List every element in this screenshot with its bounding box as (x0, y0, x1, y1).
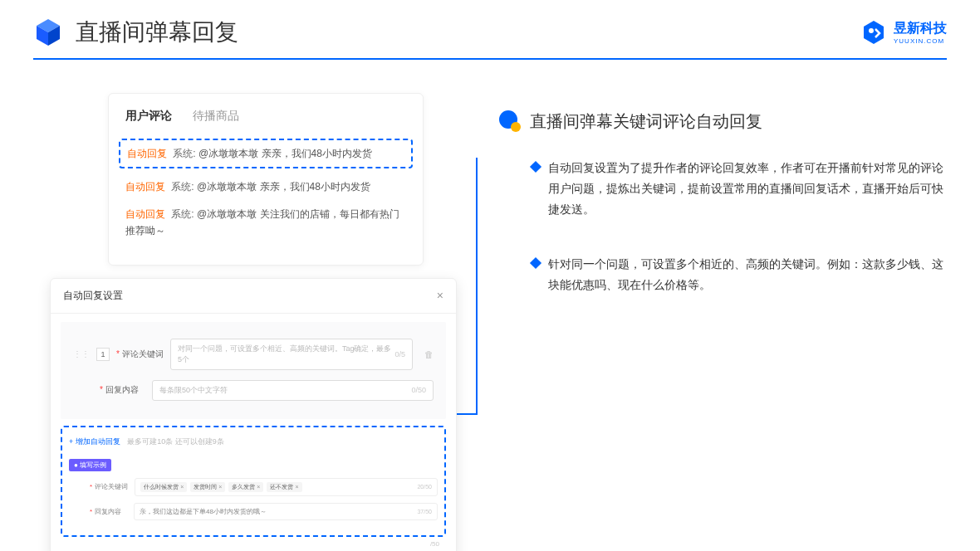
example-content-text: 亲，我们这边都是下单48小时内发货的哦～ (140, 507, 267, 516)
tab-user-comments[interactable]: 用户评论 (125, 109, 172, 124)
comment-item-highlighted: 自动回复 系统: @冰墩墩本墩 亲亲，我们48小时内发货 (119, 139, 413, 168)
bullet-text: 针对同一个问题，可设置多个相近的、高频的关键词。例如：这款多少钱、这块能优惠吗、… (548, 254, 947, 295)
keyword-counter: 0/5 (394, 350, 405, 358)
tab-pending-products[interactable]: 待播商品 (193, 109, 239, 124)
comment-text: @冰墩墩本墩 关注我们的店铺，每日都有热门推荐呦～ (125, 208, 399, 236)
keyword-input[interactable]: 对同一个问题，可设置多个相近、高频的关键词。Tag确定，最多5个 0/5 (170, 339, 413, 370)
add-auto-reply-link[interactable]: + 增加自动回复 (69, 436, 120, 447)
example-section: + 增加自动回复 最多可建10条 还可以创建9条 ● 填写示例 *评论关键词 什… (61, 426, 446, 537)
bubble-icon (498, 110, 522, 133)
form-row-keyword: ⋮⋮ 1 *评论关键词 对同一个问题，可设置多个相近、高频的关键词。Tag确定，… (73, 339, 434, 370)
content-counter: 0/50 (411, 386, 426, 394)
bullet-text: 自动回复设置为了提升作者的评论回复效率，作者可在开播前针对常见的评论用户问题，提… (548, 158, 947, 221)
close-icon[interactable]: × (437, 289, 443, 302)
tag: 什么时候发货× (140, 482, 187, 492)
form-row-content: *回复内容 每条限50个中文字符 0/50 (73, 380, 434, 401)
example-content-input[interactable]: 亲，我们这边都是下单48小时内发货的哦～ 37/50 (134, 503, 438, 520)
auto-reply-label: 自动回复 (125, 208, 165, 220)
left-panel: 用户评论 待播商品 自动回复 系统: @冰墩墩本墩 亲亲，我们48小时内发货 自… (50, 93, 465, 551)
form-section: ⋮⋮ 1 *评论关键词 对同一个问题，可设置多个相近、高频的关键词。Tag确定，… (61, 322, 446, 419)
brand-name-en: YUUXIN.COM (894, 37, 944, 45)
diamond-bullet-icon (530, 161, 541, 173)
brand-logo: 昱新科技 YUUXIN.COM (860, 19, 947, 46)
example-content-row: *回复内容 亲，我们这边都是下单48小时内发货的哦～ 37/50 (69, 503, 438, 520)
svg-point-3 (869, 28, 874, 33)
settings-card: 自动回复设置 × ⋮⋮ 1 *评论关键词 对同一个问题，可设置多个相近、高频的关… (50, 278, 457, 551)
tag: 还不发货× (267, 482, 301, 492)
comment-item: 自动回复 系统: @冰墩墩本墩 关注我们的店铺，每日都有热门推荐呦～ (125, 206, 406, 240)
example-content-label: *回复内容 (90, 507, 127, 516)
example-keyword-row: *评论关键词 什么时候发货× 发货时间× 多久发货× 还不发货× 20/50 (69, 478, 438, 496)
page-title: 直播间弹幕回复 (76, 17, 238, 48)
auto-reply-label: 自动回复 (127, 148, 167, 159)
trash-icon[interactable]: 🗑 (424, 349, 434, 359)
tabs: 用户评论 待播商品 (125, 109, 406, 124)
settings-title: 自动回复设置 (63, 289, 123, 303)
section-title: 直播间弹幕关键词评论自动回复 (530, 110, 762, 133)
main-content: 用户评论 待播商品 自动回复 系统: @冰墩墩本墩 亲亲，我们48小时内发货 自… (0, 60, 980, 551)
brand-icon (860, 19, 887, 46)
example-tags-input[interactable]: 什么时候发货× 发货时间× 多久发货× 还不发货× 20/50 (135, 478, 438, 496)
auto-reply-label: 自动回复 (125, 181, 165, 193)
cube-icon (33, 17, 63, 47)
bottom-counter: /50 (51, 540, 456, 548)
example-keyword-label: *评论关键词 (90, 482, 128, 491)
example-badge: ● 填写示例 (69, 459, 111, 471)
brand-text: 昱新科技 YUUXIN.COM (894, 20, 947, 45)
settings-header: 自动回复设置 × (51, 279, 456, 314)
right-panel: 直播间弹幕关键词评论自动回复 自动回复设置为了提升作者的评论回复效率，作者可在开… (498, 93, 947, 551)
tag: 多久发货× (228, 482, 263, 492)
content-label: *回复内容 (100, 384, 145, 396)
drag-handle-icon[interactable]: ⋮⋮ (73, 349, 90, 358)
system-label: 系统: (171, 208, 194, 220)
svg-point-5 (511, 122, 521, 132)
brand-name-cn: 昱新科技 (894, 20, 947, 37)
comment-text: @冰墩墩本墩 亲亲，我们48小时内发货 (197, 181, 370, 193)
add-hint: 最多可建10条 还可以创建9条 (127, 437, 224, 446)
diamond-bullet-icon (530, 256, 541, 268)
comment-item: 自动回复 系统: @冰墩墩本墩 亲亲，我们48小时内发货 (125, 178, 406, 195)
example-keyword-counter: 20/50 (417, 484, 432, 490)
system-label: 系统: (173, 148, 195, 159)
bullet-list: 自动回复设置为了提升作者的评论回复效率，作者可在开播前针对常见的评论用户问题，提… (498, 158, 947, 295)
comments-card: 用户评论 待播商品 自动回复 系统: @冰墩墩本墩 亲亲，我们48小时内发货 自… (108, 93, 424, 266)
content-input[interactable]: 每条限50个中文字符 0/50 (152, 380, 434, 401)
example-content-counter: 37/50 (417, 509, 432, 514)
comment-text: @冰墩墩本墩 亲亲，我们48小时内发货 (198, 148, 372, 159)
system-label: 系统: (171, 181, 194, 193)
row-number: 1 (96, 348, 110, 361)
section-header: 直播间弹幕关键词评论自动回复 (498, 110, 947, 133)
tag: 发货时间× (190, 482, 225, 492)
bullet-item: 自动回复设置为了提升作者的评论回复效率，作者可在开播前针对常见的评论用户问题，提… (532, 158, 947, 221)
header-left: 直播间弹幕回复 (33, 17, 238, 48)
bullet-item: 针对同一个问题，可设置多个相近的、高频的关键词。例如：这款多少钱、这块能优惠吗、… (532, 254, 947, 295)
page-header: 直播间弹幕回复 昱新科技 YUUXIN.COM (0, 0, 980, 48)
keyword-label: *评论关键词 (116, 349, 164, 360)
